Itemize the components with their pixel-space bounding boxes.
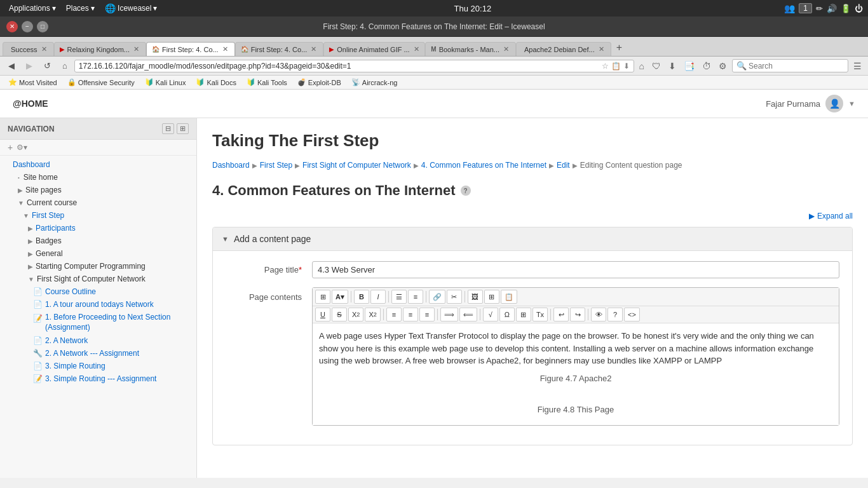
window-maximize[interactable]: □ [37, 21, 48, 32]
bookmark-star-icon[interactable]: ☆ [602, 62, 609, 71]
toolbar-unlink-btn[interactable]: ✂ [447, 290, 462, 304]
toolbar-sub-btn[interactable]: X2 [348, 308, 363, 322]
section-header[interactable]: ▼ Add a content page [213, 227, 852, 251]
tab-firststep-active[interactable]: 🏠 First Step: 4. Co... ✕ [146, 42, 235, 56]
bookmark-icon[interactable]: 📑 [681, 59, 697, 73]
toolbar-align-right-btn[interactable]: ≡ [419, 308, 435, 322]
sidebar-item-course-outline[interactable]: 📄 Course Outline [0, 285, 196, 298]
toolbar-align-left-btn[interactable]: ≡ [386, 308, 402, 322]
sidebar-item-2-network[interactable]: 📄 2. A Network [0, 334, 196, 347]
home-button[interactable]: ⌂ [58, 58, 72, 73]
breadcrumb-common-features[interactable]: 4. Common Features on The Internet [421, 161, 546, 170]
toolbar-outdent-btn[interactable]: ⟸ [459, 308, 477, 322]
toolbar-image-btn[interactable]: 🖼 [468, 290, 483, 304]
sidebar-item-tour-network[interactable]: 📄 1. A tour around todays Network [0, 298, 196, 311]
sidebar-collapse-btn[interactable]: ⊟ [162, 123, 174, 134]
sidebar-item-participants[interactable]: ▶ Participants [0, 222, 196, 234]
workspace-badge[interactable]: 1 [799, 3, 812, 13]
toolbar-link-btn[interactable]: 🔗 [429, 290, 445, 304]
toolbar-ul-btn[interactable]: ☰ [391, 290, 407, 304]
tab-relaxing[interactable]: ▶ Relaxing Kingdom... ✕ [54, 42, 146, 56]
sidebar-gear-button[interactable]: ⚙▾ [17, 143, 27, 152]
bookmark-kali-tools[interactable]: 🔰 Kali Tools [242, 77, 292, 88]
applications-menu[interactable]: Applications ▾ [5, 3, 60, 14]
toolbar-indent-btn[interactable]: ⟹ [440, 308, 458, 322]
download-nav-icon[interactable]: ⬇ [666, 59, 679, 73]
toolbar-specialchar-btn[interactable]: Ω [499, 308, 515, 322]
tab-apache[interactable]: Apache2 Debian Def... ✕ [516, 42, 611, 56]
tab-close-apache[interactable]: ✕ [597, 45, 606, 53]
window-close[interactable]: ✕ [6, 21, 18, 32]
tab-firststep2[interactable]: 🏠 First Step: 4. Co... ✕ [235, 42, 324, 56]
tab-close-relaxing[interactable]: ✕ [132, 45, 140, 53]
sidebar-item-badges[interactable]: ▶ Badges [0, 234, 196, 247]
home-nav-icon[interactable]: ⌂ [637, 59, 647, 73]
bookmark-aircrack[interactable]: 📡 Aircrack-ng [347, 77, 402, 88]
page-title-input[interactable] [312, 261, 839, 278]
toolbar-table2-btn[interactable]: ⊞ [516, 308, 531, 322]
sidebar-item-before-proceeding[interactable]: 📝 1. Before Proceeding to Next Section (… [0, 311, 196, 334]
expand-all-button[interactable]: ▶ Expand all [809, 212, 853, 220]
history-icon[interactable]: ⏱ [700, 59, 714, 73]
tab-success[interactable]: Success ✕ [3, 42, 54, 56]
clipboard-icon[interactable]: 📋 [611, 62, 621, 71]
back-button[interactable]: ◀ [4, 58, 19, 73]
bookmark-kali-linux[interactable]: 🔰 Kali Linux [140, 77, 191, 88]
search-bar[interactable]: 🔍 [732, 59, 848, 72]
search-input[interactable] [749, 62, 844, 71]
sidebar-item-site-pages[interactable]: ▶ Site pages [0, 184, 196, 196]
toolbar-source-btn[interactable]: <> [624, 308, 640, 322]
sidebar-add-button[interactable]: + [8, 142, 13, 152]
toolbar-table-btn[interactable]: ⊞ [484, 290, 499, 304]
user-avatar[interactable]: 👤 [825, 95, 843, 112]
url-bar[interactable]: ☆ 📋 ⬇ [74, 60, 634, 72]
toolbar-italic-btn[interactable]: I [370, 290, 386, 304]
toolbar-paste-btn[interactable]: 📋 [501, 290, 517, 304]
toolbar-strike-btn[interactable]: S [332, 308, 347, 322]
sidebar-expand-btn[interactable]: ⊞ [177, 123, 189, 134]
toolbar-equation-btn[interactable]: √ [483, 308, 498, 322]
breadcrumb-dashboard[interactable]: Dashboard [212, 161, 250, 170]
tab-close-bookmarks[interactable]: ✕ [502, 45, 510, 53]
toolbar-fontsize-btn[interactable]: A▾ [332, 290, 348, 304]
tab-close-success[interactable]: ✕ [40, 45, 48, 53]
breadcrumb-first-step[interactable]: First Step [260, 161, 292, 170]
bookmark-exploit-db[interactable]: 💣 Exploit-DB [293, 77, 346, 88]
user-menu-arrow[interactable]: ▼ [848, 100, 855, 107]
bookmark-kali-docs[interactable]: 🔰 Kali Docs [191, 77, 240, 88]
tab-close-animated[interactable]: ✕ [412, 45, 421, 53]
sidebar-item-site-home[interactable]: • Site home [0, 171, 196, 184]
toolbar-underline-btn[interactable]: U [315, 308, 330, 322]
toolbar-format-btn[interactable]: ⊞ [315, 290, 330, 304]
sidebar-item-2-network-assign[interactable]: 🔧 2. A Network --- Assignment [0, 347, 196, 360]
sidebar-item-dashboard[interactable]: Dashboard [0, 158, 196, 171]
toolbar-ol-btn[interactable]: ≡ [408, 290, 423, 304]
places-menu[interactable]: Places ▾ [62, 3, 98, 14]
toolbar-undo-btn[interactable]: ↩ [553, 308, 569, 322]
forward-button[interactable]: ▶ [22, 58, 37, 73]
sidebar-item-first-sight[interactable]: ▼ First Sight of Computer Network [0, 273, 196, 285]
tab-animated[interactable]: ▶ Online Animated GIF ... ✕ [323, 42, 425, 56]
window-minimize[interactable]: − [22, 21, 33, 32]
toolbar-preview-btn[interactable]: 👁 [591, 308, 606, 322]
new-tab-button[interactable]: + [611, 39, 627, 56]
sidebar-item-3-routing-assign[interactable]: 📝 3. Simple Routing --- Assignment [0, 372, 196, 385]
tab-close-firststep2[interactable]: ✕ [309, 45, 318, 53]
tab-bookmarks[interactable]: M Bookmarks - Man... ✕ [425, 42, 516, 56]
help-icon[interactable]: ? [461, 186, 471, 196]
toolbar-bold-btn[interactable]: B [354, 290, 369, 304]
menu-icon[interactable]: ☰ [851, 59, 864, 73]
toolbar-help-btn[interactable]: ? [607, 308, 623, 322]
sidebar-item-current-course[interactable]: ▼ Current course [0, 196, 196, 209]
sidebar-item-3-routing[interactable]: 📄 3. Simple Routing [0, 360, 196, 372]
bookmark-most-visited[interactable]: ⭐ Most Visited [4, 77, 62, 88]
settings-icon[interactable]: ⚙ [716, 59, 729, 73]
tab-close-firststep-active[interactable]: ✕ [221, 45, 229, 53]
toolbar-redo-btn[interactable]: ↪ [570, 308, 585, 322]
toolbar-sup-btn[interactable]: X2 [365, 308, 380, 322]
breadcrumb-edit[interactable]: Edit [557, 161, 570, 170]
toolbar-align-center-btn[interactable]: ≡ [403, 308, 418, 322]
sidebar-item-starting-cp[interactable]: ▶ Starting Computer Programming [0, 260, 196, 273]
editor-content[interactable]: A web page uses Hyper Text Transfer Prot… [313, 323, 839, 425]
bookmark-offensive-security[interactable]: 🔒 Offensive Security [63, 77, 139, 88]
